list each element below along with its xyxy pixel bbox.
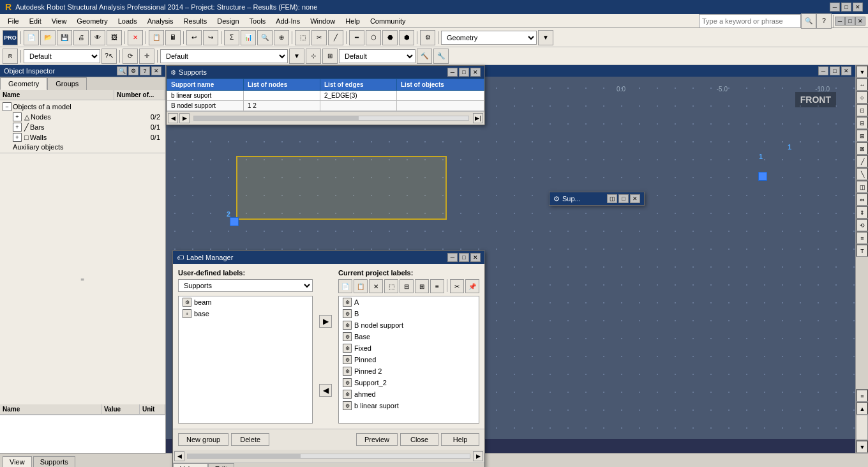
tb-calc2-btn[interactable]: Σ bbox=[224, 30, 239, 45]
transfer-left-btn[interactable]: ◀ bbox=[319, 384, 332, 397]
oi-filter-btn[interactable]: ⚙ bbox=[128, 66, 138, 75]
new-group-btn[interactable]: New group bbox=[178, 433, 228, 446]
view-minimize-btn[interactable]: ─ bbox=[818, 66, 828, 75]
tree-root[interactable]: − Objects of a model bbox=[0, 102, 165, 112]
tb-panel-btn[interactable]: ⬢ bbox=[399, 30, 414, 45]
lrb-grid-btn[interactable]: ⊞ bbox=[415, 279, 429, 293]
lrb-table-btn[interactable]: ≡ bbox=[430, 279, 444, 293]
lrb-deselect-btn[interactable]: ⊟ bbox=[400, 279, 414, 293]
rs-btn-8[interactable]: ╱ bbox=[856, 155, 868, 167]
search-btn[interactable]: 🔍 bbox=[801, 13, 816, 29]
mini-restore-btn[interactable]: ◫ bbox=[607, 194, 617, 203]
proj-item-pinned2[interactable]: ⚙ Pinned 2 bbox=[339, 365, 479, 377]
view-select[interactable]: Default bbox=[24, 49, 100, 63]
edit-tab[interactable]: Edit bbox=[208, 463, 234, 467]
label-close-btn[interactable]: ✕ bbox=[470, 253, 481, 262]
supports-close-btn[interactable]: ✕ bbox=[470, 68, 481, 77]
tb-notes-btn[interactable]: 📋 bbox=[149, 30, 164, 45]
rs-btn-7[interactable]: ⊠ bbox=[856, 142, 868, 155]
lrb-new-btn[interactable]: 📄 bbox=[338, 279, 352, 293]
label-user-list[interactable]: ⚙ beam + base bbox=[178, 296, 313, 424]
app-minimize-btn[interactable]: ─ bbox=[835, 17, 845, 26]
rs-btn-5[interactable]: ⊟ bbox=[856, 116, 868, 129]
app-maximize-btn[interactable]: □ bbox=[845, 17, 855, 26]
geometry-select[interactable]: Geometry bbox=[441, 31, 537, 45]
tb-zoom-btn[interactable]: ⊕ bbox=[274, 30, 289, 45]
tb-print-btn[interactable]: 🖨 bbox=[73, 30, 89, 45]
menu-edit[interactable]: Edit bbox=[24, 16, 47, 26]
walls-expander[interactable]: + bbox=[13, 133, 22, 142]
menu-results[interactable]: Results bbox=[179, 16, 213, 26]
oi-help-btn[interactable]: ? bbox=[140, 66, 150, 75]
nav-end-btn[interactable]: ▶| bbox=[473, 113, 483, 123]
lrb-cut-btn[interactable]: ✂ bbox=[450, 279, 464, 293]
proj-item-bnodel[interactable]: ⚙ B nodel support bbox=[339, 319, 479, 331]
nav-prev-btn[interactable]: ◀ bbox=[168, 113, 178, 123]
lnav-next[interactable]: ▶ bbox=[473, 451, 483, 461]
nodes-expander[interactable]: + bbox=[13, 112, 22, 121]
rs-scroll-up[interactable]: ▲ bbox=[856, 402, 868, 415]
tb-undo-btn[interactable]: ↩ bbox=[186, 30, 202, 45]
menu-window[interactable]: Window bbox=[305, 16, 340, 26]
tb-robot-logo[interactable]: R bbox=[3, 49, 18, 64]
tree-walls[interactable]: + □ Walls 0/1 bbox=[0, 132, 165, 142]
tb-redo-btn[interactable]: ↪ bbox=[203, 30, 218, 45]
menu-geometry[interactable]: Geometry bbox=[71, 16, 112, 26]
tb-open-btn[interactable]: 📂 bbox=[40, 30, 56, 45]
rs-btn-10[interactable]: ◫ bbox=[856, 180, 868, 193]
proj-item-fixed[interactable]: ⚙ Fixed bbox=[339, 342, 479, 354]
search-input[interactable] bbox=[699, 14, 801, 28]
bottom-tab-view[interactable]: View bbox=[3, 456, 32, 467]
tb-magnify-btn[interactable]: 🔍 bbox=[257, 30, 273, 45]
rs-btn-12[interactable]: ⇕ bbox=[856, 206, 868, 218]
proj-item-blinear[interactable]: ⚙ b linear suport bbox=[339, 400, 479, 411]
label-maximize-btn[interactable]: □ bbox=[459, 253, 469, 262]
rs-btn-nav[interactable]: ≡ bbox=[856, 389, 868, 402]
rs-btn-1[interactable]: ▼ bbox=[856, 65, 868, 78]
nav-next-btn[interactable]: ▶ bbox=[179, 113, 190, 123]
tb-help-cursor-btn[interactable]: ?↖ bbox=[101, 49, 117, 64]
rs-btn-14[interactable]: ≡ bbox=[856, 231, 868, 244]
oi-search-btn[interactable]: 🔍 bbox=[117, 66, 127, 75]
lnav-prev[interactable]: ◀ bbox=[174, 451, 184, 461]
label-hscroll[interactable] bbox=[187, 454, 470, 459]
root-expander[interactable]: − bbox=[3, 102, 11, 111]
rs-btn-6[interactable]: ⊞ bbox=[856, 129, 868, 142]
tb-grid-btn[interactable]: ⊞ bbox=[322, 49, 338, 64]
tree-nodes[interactable]: + △ Nodes 0/2 bbox=[0, 112, 165, 122]
tb-delete-btn[interactable]: ✕ bbox=[128, 30, 143, 45]
label-type-select[interactable]: Supports bbox=[178, 279, 313, 292]
tb-img-btn[interactable]: 🖼 bbox=[107, 30, 122, 45]
rs-btn-2[interactable]: ↔ bbox=[856, 78, 868, 91]
tb-rotate-btn[interactable]: ⟳ bbox=[123, 49, 138, 64]
menu-file[interactable]: File bbox=[3, 16, 24, 26]
menu-analysis[interactable]: Analysis bbox=[142, 16, 179, 26]
delete-btn[interactable]: Delete bbox=[231, 433, 269, 446]
bottom-tab-supports[interactable]: Supports bbox=[33, 456, 75, 467]
transfer-right-btn[interactable]: ▶ bbox=[319, 315, 332, 328]
help-icon-btn[interactable]: ? bbox=[816, 13, 832, 29]
tb-pan-btn[interactable]: ✂ bbox=[311, 30, 327, 45]
tree-aux[interactable]: Auxiliary objects bbox=[0, 142, 165, 151]
proj-item-A[interactable]: ⚙ A bbox=[339, 296, 479, 308]
tb-struct-btn[interactable]: ⬣ bbox=[382, 30, 398, 45]
tb-new-btn[interactable]: 📄 bbox=[24, 30, 39, 45]
view-maximize-btn[interactable]: □ bbox=[830, 66, 840, 75]
tab-geometry[interactable]: Geometry bbox=[0, 77, 47, 90]
mini-close-btn[interactable]: ✕ bbox=[630, 194, 640, 203]
menu-tools[interactable]: Tools bbox=[244, 16, 271, 26]
tb-snap-btn[interactable]: ⊹ bbox=[306, 49, 321, 64]
lrb-select-btn[interactable]: ⬚ bbox=[384, 279, 398, 293]
label-item-beam[interactable]: ⚙ beam bbox=[179, 296, 312, 308]
supports-maximize-btn[interactable]: □ bbox=[459, 68, 469, 77]
view-close-btn[interactable]: ✕ bbox=[841, 66, 851, 75]
tb-view-btn[interactable]: 👁 bbox=[90, 30, 105, 45]
close-dialog-btn[interactable]: Close bbox=[400, 433, 438, 446]
proj-item-pinned[interactable]: ⚙ Pinned bbox=[339, 354, 479, 365]
tab-groups[interactable]: Groups bbox=[47, 77, 87, 90]
tb-hammer-btn[interactable]: 🔨 bbox=[417, 49, 432, 64]
label-minimize-btn[interactable]: ─ bbox=[447, 253, 458, 262]
support-row-1[interactable]: b linear suport 2_EDGE(3) bbox=[167, 91, 484, 101]
menu-loads[interactable]: Loads bbox=[113, 16, 142, 26]
rs-btn-9[interactable]: ╲ bbox=[856, 167, 868, 180]
